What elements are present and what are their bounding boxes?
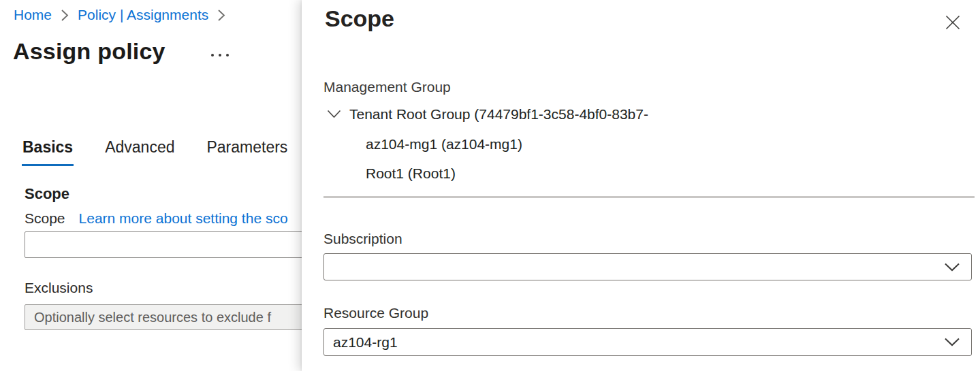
chevron-down-icon	[944, 338, 960, 346]
section-divider	[323, 196, 975, 198]
chevron-right-icon	[61, 9, 69, 22]
chevron-down-icon	[944, 263, 960, 272]
subscription-dropdown[interactable]	[323, 253, 972, 280]
tree-item-tenant-root-group[interactable]: Tenant Root Group (74479bf1-3c58-4bf0-83…	[327, 105, 648, 123]
management-group-label: Management Group	[323, 79, 451, 95]
tab-bar: Basics Advanced Parameters	[22, 138, 287, 166]
more-options-icon[interactable]	[204, 46, 236, 64]
panel-title: Scope	[325, 5, 394, 32]
tree-item-az104-mg1[interactable]: az104-mg1 (az104-mg1)	[366, 135, 522, 153]
scope-panel: Scope Management Group Tenant Root Group…	[302, 0, 980, 371]
close-icon[interactable]	[939, 9, 966, 36]
breadcrumb-item-policy-assignments[interactable]: Policy | Assignments	[78, 6, 208, 24]
subscription-label: Subscription	[323, 231, 402, 247]
exclusions-label: Exclusions	[25, 280, 93, 296]
resource-group-label: Resource Group	[323, 305, 428, 321]
scope-field-label: Scope	[25, 210, 65, 227]
scope-learn-more-link[interactable]: Learn more about setting the sco	[79, 210, 288, 227]
tree-item-label: Root1 (Root1)	[366, 164, 456, 182]
breadcrumb: Home Policy | Assignments	[14, 6, 225, 24]
tree-item-label: az104-mg1 (az104-mg1)	[366, 135, 522, 153]
tab-advanced[interactable]: Advanced	[105, 138, 174, 166]
resource-group-dropdown-value: az104-rg1	[324, 334, 944, 351]
scope-section-heading: Scope	[25, 185, 69, 203]
tree-item-root1[interactable]: Root1 (Root1)	[366, 164, 456, 182]
tab-basics[interactable]: Basics	[22, 138, 73, 166]
breadcrumb-item-home[interactable]: Home	[14, 6, 52, 24]
tree-item-label: Tenant Root Group (74479bf1-3c58-4bf0-83…	[349, 105, 648, 123]
page-title: Assign policy	[13, 38, 165, 65]
tab-parameters[interactable]: Parameters	[206, 138, 287, 166]
resource-group-dropdown[interactable]: az104-rg1	[323, 328, 972, 356]
chevron-right-icon	[217, 9, 225, 22]
chevron-down-icon[interactable]	[327, 110, 341, 118]
scope-field-label-row: Scope Learn more about setting the sco	[25, 210, 288, 227]
